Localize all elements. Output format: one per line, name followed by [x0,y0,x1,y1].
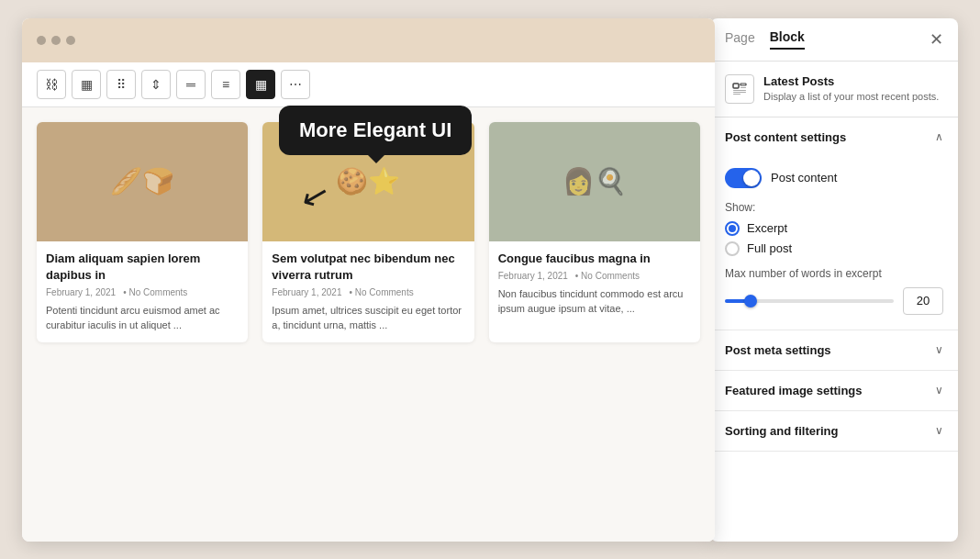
post-date-1: February 1, 2021 [46,287,116,297]
sorting-section-header[interactable]: Sorting and filtering ∨ [710,411,958,452]
post-body-2: Sem volutpat nec bibendum nec viverra ru… [262,241,473,342]
radio-excerpt-circle [725,221,740,236]
post-title-1: Diam aliquam sapien lorem dapibus in [46,251,239,284]
post-content-toggle[interactable] [725,168,762,188]
toolbar-more-btn[interactable]: ⋯ [281,70,310,99]
toolbar-table-btn[interactable]: ▦ [72,70,101,99]
post-excerpt-2: Ipsum amet, ultrices suscipit eu eget to… [272,303,464,333]
post-comments-3: No Comments [575,271,640,281]
slider-value[interactable]: 20 [903,287,943,315]
editor-toolbar: ⛓ ▦ ⠿ ⇕ ═ ≡ ▦ ⋯ [22,62,715,107]
radio-fullpost-circle [725,241,740,256]
radio-fullpost[interactable]: Full post [725,241,943,256]
post-comments-2: No Comments [350,287,414,297]
post-content-section-header[interactable]: Post content settings ∧ [710,117,958,157]
featured-image-chevron: ∨ [935,384,943,397]
svg-rect-1 [741,84,746,85]
toolbar-align-btn[interactable]: ═ [176,70,206,99]
tooltip-bubble: More Elegant UI [279,106,472,155]
dot-2 [51,36,61,45]
post-meta-1: February 1, 2021 No Comments [46,287,239,297]
slider-thumb[interactable] [744,295,757,307]
post-body-1: Diam aliquam sapien lorem dapibus in Feb… [37,241,248,342]
slider-label: Max number of words in excerpt [725,267,943,280]
post-content-toggle-label: Post content [771,171,837,184]
editor-top-bar [22,18,715,62]
post-image-1: 🥖🍞 [37,122,248,241]
dot-3 [66,36,75,45]
sorting-chevron: ∨ [935,424,943,437]
close-button[interactable]: ✕ [930,31,943,48]
post-meta-chevron: ∨ [935,343,943,356]
latest-posts-icon [725,74,754,104]
post-content-section-body: Post content Show: Excerpt Full post Max… [710,157,958,330]
svg-rect-0 [733,84,739,88]
post-card: 🥖🍞 Diam aliquam sapien lorem dapibus in … [37,122,248,342]
post-date-2: February 1, 2021 [272,287,341,297]
post-content-title: Post content settings [725,130,846,144]
post-comments-1: No Comments [123,287,187,297]
post-meta-title: Post meta settings [725,343,831,357]
svg-rect-2 [741,87,746,88]
show-label: Show: [725,201,943,214]
post-img-overlay-3: 👩🍳 [489,122,700,241]
toggle-knob [743,170,760,186]
editor-area: ⛓ ▦ ⠿ ⇕ ═ ≡ ▦ ⋯ More Elegant UI ↙ 🥖🍞 Dia… [22,18,715,542]
post-image-3: 👩🍳 [489,122,700,241]
slider-track[interactable] [725,299,894,303]
editor-content: More Elegant UI ↙ 🥖🍞 Diam aliquam sapien… [22,107,715,542]
post-content-chevron-up: ∧ [935,130,943,143]
sorting-title: Sorting and filtering [725,424,839,438]
post-meta-3: February 1, 2021 No Comments [498,271,691,281]
main-wrapper: ⛓ ▦ ⠿ ⇕ ═ ≡ ▦ ⋯ More Elegant UI ↙ 🥖🍞 Dia… [22,18,958,542]
post-title-2: Sem volutpat nec bibendum nec viverra ru… [272,251,464,284]
post-card: 👩🍳 Congue faucibus magna in February 1, … [489,122,700,342]
post-date-3: February 1, 2021 [498,271,568,281]
panel-body: Post content settings ∧ Post content Sho… [710,117,958,542]
toolbar-list-btn[interactable]: ≡ [211,70,240,99]
svg-rect-5 [733,94,741,95]
toolbar-move-btn[interactable]: ⇕ [141,70,171,99]
tab-page[interactable]: Page [725,30,755,49]
radio-excerpt[interactable]: Excerpt [725,221,943,236]
radio-excerpt-text: Excerpt [747,221,787,235]
post-title-3: Congue faucibus magna in [498,251,691,267]
block-info-desc: Display a list of your most recent posts… [763,90,939,104]
post-meta-2: February 1, 2021 No Comments [272,287,464,297]
block-info-text: Latest Posts Display a list of your most… [763,74,939,104]
right-panel: Page Block ✕ Latest Posts Display a list… [710,18,958,542]
post-body-3: Congue faucibus magna in February 1, 202… [489,241,700,326]
toolbar-grid-btn[interactable]: ⠿ [106,70,136,99]
dot-1 [37,36,46,45]
window-dots [37,36,75,45]
post-meta-section-header[interactable]: Post meta settings ∨ [710,330,958,371]
post-img-overlay-1: 🥖🍞 [37,122,248,241]
featured-image-section-header[interactable]: Featured image settings ∨ [710,371,958,411]
panel-header: Page Block ✕ [710,18,958,61]
featured-image-title: Featured image settings [725,384,863,397]
slider-row: 20 [725,287,943,315]
svg-rect-3 [733,90,746,91]
toolbar-columns-btn[interactable]: ▦ [246,70,275,99]
post-excerpt-1: Potenti tincidunt arcu euismod amet ac c… [46,303,239,333]
post-content-toggle-row: Post content [725,168,943,188]
block-info-title: Latest Posts [763,74,939,88]
radio-fullpost-text: Full post [747,241,792,255]
svg-rect-4 [733,92,746,93]
post-excerpt-3: Non faucibus tincidunt commodo est arcu … [498,286,691,317]
tab-block[interactable]: Block [770,29,805,50]
toolbar-link-btn[interactable]: ⛓ [37,70,66,99]
block-info: Latest Posts Display a list of your most… [710,61,958,117]
